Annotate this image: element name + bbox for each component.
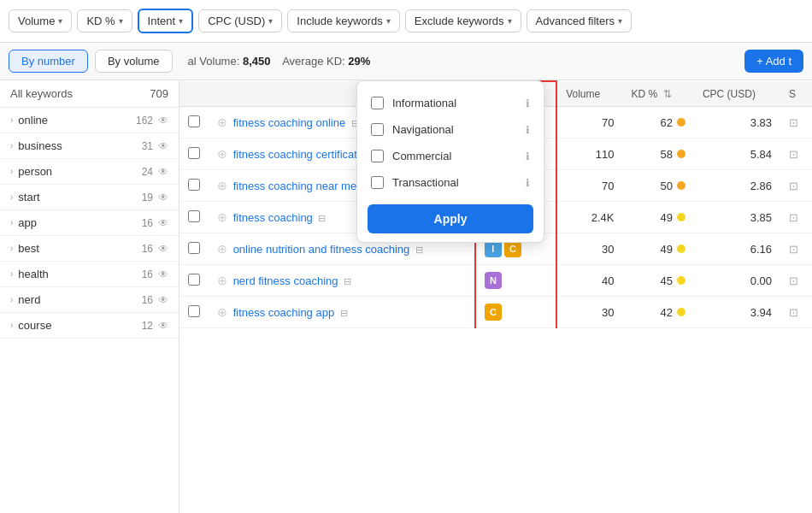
checkbox-navigational[interactable]	[371, 123, 384, 136]
tab-by-volume[interactable]: By volume	[95, 50, 173, 73]
intent-badge-N: N	[485, 272, 502, 289]
cpc-filter-btn[interactable]: CPC (USD) ▾	[198, 9, 282, 32]
eye-icon[interactable]: 👁	[158, 320, 168, 332]
row-checkbox[interactable]	[188, 242, 200, 254]
advanced-filters-btn[interactable]: Advanced filters ▾	[527, 9, 633, 32]
kd-filter-btn[interactable]: KD % ▾	[77, 9, 132, 32]
chevron-down-icon: ▾	[58, 16, 62, 26]
dropdown-item-navigational[interactable]: Navigational ℹ	[357, 116, 544, 143]
kd-cell: 58	[623, 139, 694, 170]
sidebar-item-left: › best	[10, 242, 39, 255]
keyword-link[interactable]: fitness coaching online	[233, 116, 346, 129]
eye-icon[interactable]: 👁	[158, 217, 168, 229]
keyword-link[interactable]: fitness coaching certification	[233, 148, 373, 161]
tab-by-number[interactable]: By number	[9, 50, 88, 73]
include-keywords-btn[interactable]: Include keywords ▾	[287, 9, 399, 32]
row-checkbox-cell	[179, 107, 209, 139]
volume-cell: 40	[556, 265, 622, 297]
cpc-cell: 0.00	[694, 265, 780, 297]
sidebar-item-left: › business	[10, 139, 62, 152]
s-cell: ⊡	[780, 107, 812, 139]
exclude-keywords-btn[interactable]: Exclude keywords ▾	[405, 9, 521, 32]
keyword-link[interactable]: online nutrition and fitness coaching	[233, 243, 410, 256]
eye-icon[interactable]: 👁	[158, 166, 168, 178]
checkbox-informational[interactable]	[371, 97, 384, 109]
serp-icon: ⊟	[415, 245, 423, 255]
dropdown-item-informational[interactable]: Informational ℹ	[357, 90, 544, 116]
volume-cell: 30	[556, 297, 622, 328]
eye-icon[interactable]: 👁	[158, 140, 168, 152]
keyword-link[interactable]: fitness coaching near me	[233, 180, 357, 192]
row-checkbox[interactable]	[188, 210, 200, 222]
sidebar-item[interactable]: › course 12 👁	[0, 313, 179, 339]
dropdown-item-commercial[interactable]: Commercial ℹ	[357, 143, 544, 169]
avg-kd: 29%	[348, 55, 370, 68]
plus-icon: ⊕	[217, 115, 227, 129]
cpc-cell: 3.94	[694, 297, 780, 328]
sidebar-item[interactable]: › best 16 👁	[0, 236, 179, 262]
cpc-label: CPC (USD)	[208, 15, 265, 27]
sidebar-item-label: start	[18, 191, 39, 203]
chevron-right-icon: ›	[10, 295, 13, 304]
eye-icon[interactable]: 👁	[158, 268, 168, 280]
keyword-link[interactable]: fitness coaching app	[233, 306, 335, 319]
copy-icon[interactable]: ⊡	[789, 306, 798, 319]
intent-badges: IC	[485, 240, 547, 257]
copy-icon[interactable]: ⊡	[789, 211, 798, 224]
sidebar-item[interactable]: › start 19 👁	[0, 185, 179, 210]
copy-icon[interactable]: ⊡	[789, 148, 798, 161]
col-volume-header[interactable]: Volume	[556, 81, 622, 107]
copy-icon[interactable]: ⊡	[789, 116, 798, 129]
plus-icon: ⊕	[217, 274, 227, 287]
sidebar-item[interactable]: › nerd 16 👁	[0, 287, 179, 313]
eye-icon[interactable]: 👁	[158, 115, 168, 127]
kd-dot	[677, 276, 685, 285]
kd-cell: 45	[623, 265, 694, 297]
keyword-link[interactable]: fitness coaching	[233, 211, 313, 224]
row-checkbox[interactable]	[188, 305, 200, 317]
keyword-cell: ⊕ nerd fitness coaching ⊟	[209, 265, 475, 297]
plus-icon: ⊕	[217, 210, 227, 224]
copy-icon[interactable]: ⊡	[789, 274, 798, 287]
col-s-header: S	[780, 81, 812, 107]
sidebar-item[interactable]: › online 162 👁	[0, 108, 179, 133]
all-keywords-count: 709	[150, 87, 168, 100]
row-checkbox[interactable]	[188, 147, 200, 159]
chevron-down-icon: ▾	[268, 16, 273, 26]
intent-filter-btn[interactable]: Intent ▾	[138, 9, 194, 33]
dropdown-item-label: Transactional	[392, 176, 459, 189]
sidebar-item[interactable]: › person 24 👁	[0, 159, 179, 185]
row-checkbox[interactable]	[188, 274, 200, 286]
chevron-right-icon: ›	[10, 167, 13, 176]
sidebar-item-left: › online	[10, 114, 48, 127]
sidebar-item[interactable]: › app 16 👁	[0, 210, 179, 236]
kd-dot	[677, 181, 685, 190]
s-cell: ⊡	[780, 233, 812, 265]
add-to-list-btn[interactable]: + Add t	[744, 50, 803, 73]
copy-icon[interactable]: ⊡	[789, 243, 798, 256]
sidebar-item[interactable]: › business 31 👁	[0, 133, 179, 159]
sidebar-item[interactable]: › health 16 👁	[0, 262, 179, 287]
col-kd-header[interactable]: KD % ⇅	[623, 81, 694, 107]
apply-button[interactable]: Apply	[368, 204, 533, 233]
kd-label: KD %	[86, 15, 115, 27]
serp-icon: ⊟	[344, 276, 351, 286]
copy-icon[interactable]: ⊡	[789, 180, 798, 192]
kd-dot	[677, 150, 685, 158]
eye-icon[interactable]: 👁	[158, 243, 168, 255]
eye-icon[interactable]: 👁	[158, 294, 168, 306]
chevron-right-icon: ›	[10, 218, 13, 227]
eye-icon[interactable]: 👁	[158, 192, 168, 203]
checkbox-transactional[interactable]	[371, 176, 384, 189]
kd-dot	[677, 245, 685, 253]
dropdown-item-label: Navigational	[392, 123, 454, 136]
keyword-link[interactable]: nerd fitness coaching	[233, 274, 338, 287]
volume-cell: 110	[556, 139, 622, 170]
checkbox-commercial[interactable]	[371, 150, 384, 162]
row-checkbox[interactable]	[188, 179, 200, 191]
row-checkbox-cell	[179, 297, 209, 328]
sidebar-item-count: 24	[142, 166, 153, 178]
dropdown-item-transactional[interactable]: Transactional ℹ	[357, 169, 544, 196]
volume-filter-btn[interactable]: Volume ▾	[9, 9, 72, 32]
row-checkbox[interactable]	[188, 115, 200, 127]
